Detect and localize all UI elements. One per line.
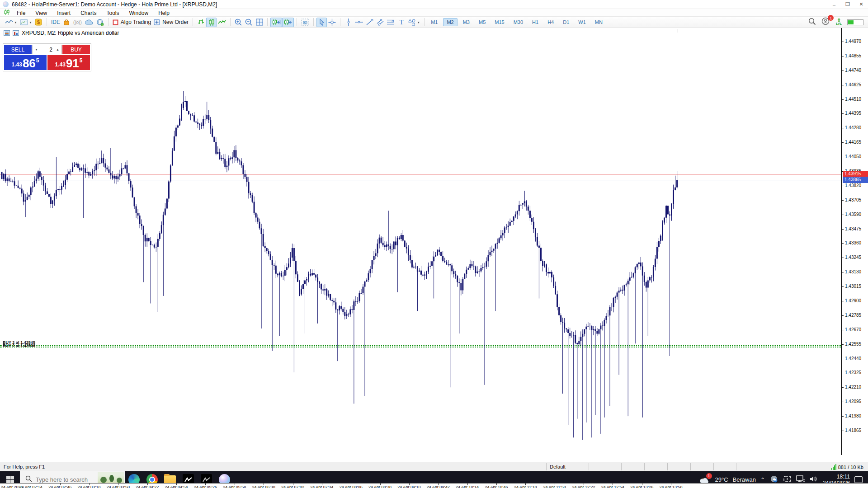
bar-chart-mode-button[interactable] <box>196 18 206 27</box>
channel-tool[interactable] <box>375 18 385 27</box>
price-label: 1.42785 <box>845 313 861 318</box>
price-label: 1.44510 <box>845 97 861 102</box>
horizontal-line-tool[interactable] <box>354 18 364 27</box>
signal-bars-icon <box>831 464 836 470</box>
trendline-tool[interactable] <box>364 18 375 27</box>
new-order-button[interactable]: New Order <box>152 18 190 27</box>
time-label: 24 Apr 08:06 <box>336 485 366 488</box>
sell-button[interactable]: SELL <box>4 45 32 54</box>
time-label: 24 Apr 02:14 <box>16 485 46 488</box>
time-label: 24 Apr 03:18 <box>74 485 104 488</box>
timeframe-h1[interactable]: H1 <box>528 18 542 26</box>
indicators-button[interactable]: ▼ <box>19 18 33 27</box>
price-tick <box>842 85 844 85</box>
weather-description[interactable]: Berawan <box>733 476 756 483</box>
volume-decrease-button[interactable]: ▼ <box>33 45 40 54</box>
timeframe-m5[interactable]: M5 <box>475 18 489 26</box>
text-tool[interactable]: T <box>396 18 406 27</box>
crosshair-button[interactable] <box>327 18 337 27</box>
screenshot-button[interactable] <box>300 18 311 27</box>
price-label: 1.42095 <box>845 399 861 404</box>
price-axis[interactable]: 1.449701.448551.447401.446251.445101.443… <box>841 28 868 455</box>
action-center-icon[interactable] <box>854 476 863 483</box>
depth-of-market-icon[interactable] <box>4 30 10 36</box>
volume-input[interactable] <box>40 45 54 54</box>
auto-scroll-button[interactable] <box>270 18 282 27</box>
price-tick <box>842 186 844 186</box>
menu-tools[interactable]: Tools <box>102 10 124 16</box>
line-chart-mode-button[interactable] <box>217 18 227 27</box>
search-input[interactable] <box>36 476 99 483</box>
timeframe-d1[interactable]: D1 <box>559 18 573 26</box>
chart-area[interactable]: BUY 2 at 1.42545BUY 2 at 1.42536 XRPUSD,… <box>0 28 868 455</box>
timeframe-mn[interactable]: MN <box>591 18 606 26</box>
chart-window-icon[interactable] <box>4 9 10 17</box>
price-label: 1.43245 <box>845 255 861 260</box>
timeframe-m1[interactable]: M1 <box>427 18 441 26</box>
symbols-button[interactable]: $ <box>33 18 44 27</box>
statusbar-separator <box>713 463 714 470</box>
menu-window[interactable]: Window <box>124 10 154 16</box>
price-tick <box>842 200 844 201</box>
zoom-in-button[interactable] <box>233 18 244 27</box>
level-up-icon[interactable]: ⇧LVL <box>836 19 842 26</box>
symbol-header: XRPUSD, M2: Ripple vs American dollar <box>4 30 119 36</box>
chart-profile-button[interactable]: ▼ <box>4 18 19 27</box>
price-label: 1.44050 <box>845 154 861 159</box>
chart-shift-button[interactable] <box>282 18 294 27</box>
signals-button[interactable]: ((o)) <box>72 18 83 27</box>
time-label: 24 Apr 09:10 <box>394 485 424 488</box>
timeframe-m15[interactable]: M15 <box>491 18 508 26</box>
time-label: 24 Apr 13:58 <box>656 485 686 488</box>
chart-type-icon[interactable] <box>13 30 19 36</box>
temperature[interactable]: 29°C <box>715 476 728 483</box>
price-tick <box>842 70 844 71</box>
search-icon[interactable] <box>808 18 816 27</box>
time-axis[interactable]: 24 Apr 202624 Apr 02:1424 Apr 02:4624 Ap… <box>0 483 868 488</box>
price-tick <box>842 258 844 258</box>
menu-help[interactable]: Help <box>153 10 175 16</box>
tile-windows-button[interactable] <box>254 18 264 27</box>
volume-increase-button[interactable]: ▲ <box>54 45 61 54</box>
cursor-button[interactable] <box>316 18 327 27</box>
profile-cell[interactable]: Default <box>550 464 566 469</box>
restore-button[interactable]: ❐ <box>841 0 854 9</box>
timeframe-w1[interactable]: W1 <box>575 18 590 26</box>
time-label: 24 Apr 10:46 <box>481 485 511 488</box>
timeframe-h4[interactable]: H4 <box>544 18 557 26</box>
chevron-down-icon: ▼ <box>14 21 17 24</box>
price-tick <box>842 243 844 244</box>
market-button[interactable] <box>61 18 72 27</box>
timeframe-m3[interactable]: M3 <box>459 18 473 26</box>
symbol-description: XRPUSD, M2: Ripple vs American dollar <box>22 30 119 36</box>
timeframe-m2[interactable]: M2 <box>443 18 457 26</box>
minimize-button[interactable]: – <box>827 0 841 9</box>
community-button[interactable]: + <box>95 18 105 27</box>
buy-button[interactable]: BUY <box>62 45 90 54</box>
ide-button[interactable]: IDE <box>50 18 61 27</box>
timeframe-m30[interactable]: M30 <box>510 18 527 26</box>
hidden-icons-chevron[interactable]: ⌃ <box>760 477 765 483</box>
price-label: 1.44855 <box>845 53 861 58</box>
time-label: 24 Apr 02:46 <box>45 485 75 488</box>
series-end-marker <box>678 29 678 33</box>
vps-cloud-button[interactable] <box>83 18 95 27</box>
buy-price[interactable]: 1.43 91 5 <box>47 55 90 70</box>
zoom-out-button[interactable] <box>244 18 254 27</box>
price-tick <box>842 229 844 230</box>
menu-insert[interactable]: Insert <box>52 10 75 16</box>
price-label: 1.43705 <box>845 197 861 202</box>
algo-trading-button[interactable]: Algo Trading <box>111 18 152 27</box>
menu-file[interactable]: File <box>12 10 30 16</box>
sell-price[interactable]: 1.43 86 5 <box>4 55 47 70</box>
notifications-icon[interactable]: 1 <box>821 17 830 27</box>
shapes-tool[interactable]: ▼ <box>406 18 421 27</box>
menu-charts[interactable]: Charts <box>75 10 101 16</box>
statusbar-separator <box>589 463 589 470</box>
close-button[interactable]: ✕ <box>854 0 868 9</box>
help-hint: For Help, press F1 <box>4 464 45 469</box>
vertical-line-tool[interactable] <box>343 18 354 27</box>
candlestick-mode-button[interactable] <box>206 18 217 27</box>
menu-view[interactable]: View <box>30 10 52 16</box>
fibonacci-tool[interactable] <box>385 18 396 27</box>
